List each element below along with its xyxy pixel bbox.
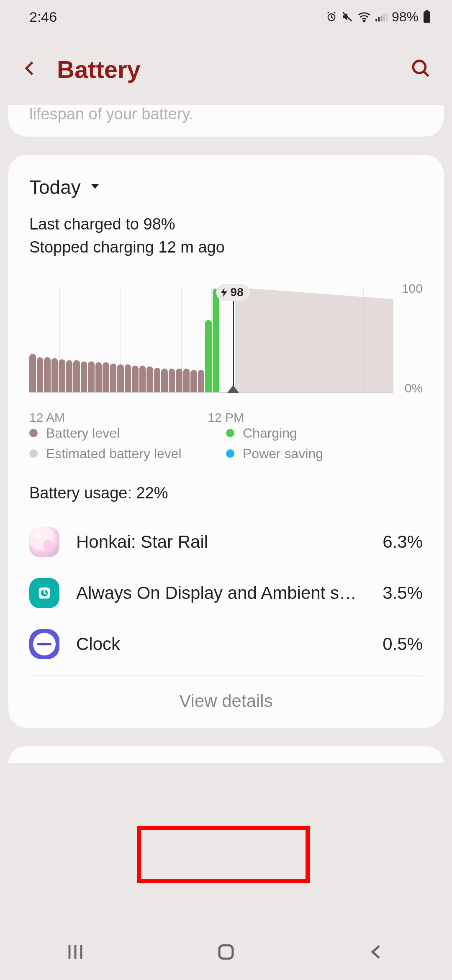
svg-rect-8 <box>424 11 430 23</box>
app-name: Honkai: Star Rail <box>76 532 366 552</box>
app-pct: 6.3% <box>383 532 423 552</box>
usage-title: Battery usage: 22% <box>29 484 423 502</box>
app-usage-row[interactable]: Always On Display and Ambient services3.… <box>29 567 423 619</box>
status-battery-pct: 98% <box>392 9 419 25</box>
status-bar: 2:46 98% <box>0 0 452 34</box>
svg-rect-6 <box>383 14 385 22</box>
app-name: Always On Display and Ambient services <box>76 583 366 603</box>
annotation-highlight <box>137 826 310 883</box>
hsr-app-icon <box>29 527 59 557</box>
header: Battery <box>0 34 452 105</box>
day-label: Today <box>29 176 81 199</box>
x-tick-12am: 12 AM <box>29 410 65 425</box>
lifespan-text: lifespan of your battery. <box>29 105 423 124</box>
legend-swatch <box>226 449 234 458</box>
svg-rect-19 <box>219 945 233 959</box>
charge-line1: Last charged to 98% <box>29 213 423 236</box>
page-title: Battery <box>57 55 398 83</box>
chart-legend: Battery levelChargingEstimated battery l… <box>29 426 423 462</box>
svg-rect-4 <box>378 17 380 21</box>
mute-icon <box>342 11 353 23</box>
aod-app-icon <box>29 578 59 608</box>
back-button[interactable] <box>21 59 39 79</box>
day-selector[interactable]: Today <box>29 176 423 199</box>
nav-back-button[interactable] <box>367 942 387 964</box>
home-button[interactable] <box>216 942 236 964</box>
today-card: Today Last charged to 98% Stopped chargi… <box>8 155 444 728</box>
charge-info: Last charged to 98% Stopped charging 12 … <box>29 213 423 259</box>
legend-swatch <box>226 429 234 437</box>
y-axis-bottom: 0% <box>405 381 423 395</box>
y-axis-top: 100 <box>402 281 423 296</box>
app-name: Clock <box>76 634 366 654</box>
app-pct: 3.5% <box>383 583 423 603</box>
legend-swatch <box>29 449 38 458</box>
next-card-sliver <box>8 746 444 763</box>
svg-marker-12 <box>91 184 99 189</box>
view-details-button[interactable]: View details <box>29 676 423 715</box>
app-usage-list: Honkai: Star Rail6.3%Always On Display a… <box>29 516 423 670</box>
wifi-icon <box>357 11 371 23</box>
chart-current-badge: 98 <box>216 284 250 301</box>
app-usage-row[interactable]: Clock0.5% <box>29 619 423 670</box>
svg-point-2 <box>363 20 365 22</box>
app-usage-row[interactable]: Honkai: Star Rail6.3% <box>29 516 423 567</box>
app-pct: 0.5% <box>383 634 423 654</box>
legend-swatch <box>29 429 38 437</box>
search-button[interactable] <box>410 58 431 80</box>
battery-icon <box>423 10 431 23</box>
clock-app-icon <box>29 629 59 659</box>
status-right: 98% <box>326 9 431 25</box>
battery-chart[interactable]: 100 0% 98 12 AM 12 PM <box>29 274 423 408</box>
svg-rect-5 <box>381 16 383 22</box>
recents-button[interactable] <box>65 942 85 964</box>
nav-bar <box>0 926 452 980</box>
x-tick-12pm: 12 PM <box>208 410 244 425</box>
svg-rect-9 <box>426 10 428 12</box>
legend-item: Power saving <box>226 446 423 462</box>
legend-item: Estimated battery level <box>29 446 226 462</box>
signal-icon <box>375 11 388 22</box>
status-time: 2:46 <box>29 9 57 25</box>
svg-point-10 <box>413 61 425 73</box>
charge-line2: Stopped charging 12 m ago <box>29 236 423 259</box>
alarm-icon <box>326 11 337 23</box>
svg-marker-13 <box>221 288 227 297</box>
chevron-down-icon <box>89 181 101 194</box>
svg-line-11 <box>424 72 428 76</box>
svg-rect-3 <box>375 19 377 21</box>
legend-item: Battery level <box>29 426 226 441</box>
legend-item: Charging <box>226 426 423 441</box>
svg-rect-7 <box>386 13 388 21</box>
lifespan-card[interactable]: lifespan of your battery. <box>8 105 444 137</box>
